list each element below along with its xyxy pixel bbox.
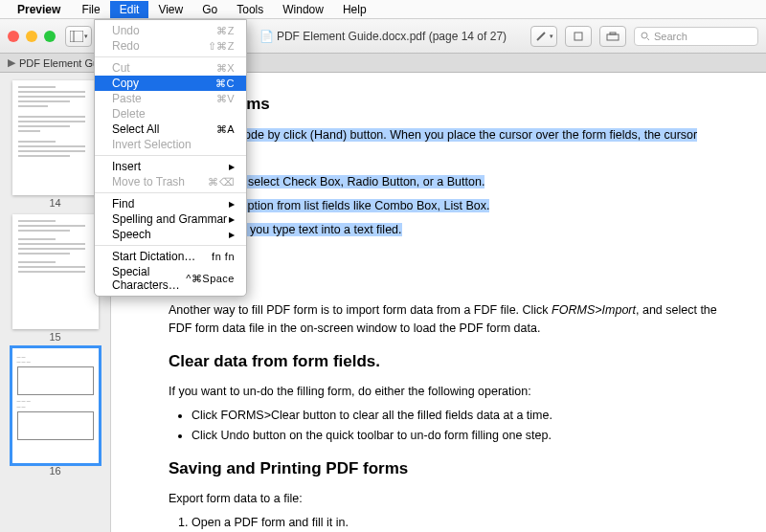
menu-help[interactable]: Help <box>333 1 376 18</box>
menu-go[interactable]: Go <box>192 1 227 18</box>
markup-button[interactable]: ▾ <box>530 26 557 47</box>
search-field[interactable]: Search <box>634 27 758 46</box>
menu-window[interactable]: Window <box>273 1 333 18</box>
menu-tools[interactable]: Tools <box>227 1 273 18</box>
menu-item-copy[interactable]: Copy⌘C <box>95 76 246 91</box>
menu-item-insert[interactable]: Insert <box>95 159 246 174</box>
body-text: If you want to un-do the filling form, d… <box>169 383 720 401</box>
page-thumbnail[interactable] <box>12 214 99 329</box>
numbered-list: Open a PDF form and fill it in. Click FO… <box>192 514 720 532</box>
list-item: Click FORMS>Clear button to clear all th… <box>192 407 720 425</box>
menu-item-undo: Undo⌘Z <box>95 23 246 38</box>
menu-item-delete: Delete <box>95 106 246 122</box>
menu-item-paste: Paste⌘V <box>95 91 246 106</box>
menu-item-find[interactable]: Find <box>95 196 246 211</box>
menu-item-redo: Redo⇧⌘Z <box>95 38 246 54</box>
body-text: Export form data to a file: <box>169 490 720 508</box>
list-item: Click Undo button on the quick toolbar t… <box>192 427 720 445</box>
bullet-list: Click FORMS>Clear button to clear all th… <box>192 407 720 445</box>
toolbox-icon <box>606 32 620 41</box>
menu-item-spelling-and-grammar[interactable]: Spelling and Grammar <box>95 211 246 227</box>
svg-line-16 <box>647 38 649 40</box>
menu-file[interactable]: File <box>72 1 109 18</box>
menu-item-select-all[interactable]: Select All⌘A <box>95 122 246 137</box>
menu-item-special-characters-[interactable]: Special Characters…^⌘Space <box>95 264 246 293</box>
svg-point-15 <box>642 33 647 38</box>
menu-item-cut: Cut⌘X <box>95 60 246 76</box>
sidebar-icon <box>70 31 83 42</box>
page-thumbnail[interactable] <box>12 80 99 195</box>
close-button[interactable] <box>8 31 19 42</box>
pencil-icon <box>535 31 549 42</box>
menu-item-move-to-trash: Move to Trash⌘⌫ <box>95 174 246 189</box>
heading-save-print: Saving and Printing PDF forms <box>169 456 720 481</box>
body-text: Another way to fill PDF form is to impor… <box>169 301 720 338</box>
rotate-button[interactable] <box>565 26 592 47</box>
svg-rect-14 <box>610 33 616 34</box>
heading-fill-forms: in PDF forms <box>169 92 720 117</box>
maximize-button[interactable] <box>44 31 56 42</box>
menu-item-invert-selection: Invert Selection <box>95 137 246 152</box>
svg-rect-12 <box>574 33 582 40</box>
menu-item-speech[interactable]: Speech <box>95 227 246 242</box>
tab-chevron-icon[interactable]: ▶ <box>8 56 15 69</box>
menu-item-start-dictation-[interactable]: Start Dictation…fn fn <box>95 249 246 264</box>
rotate-icon <box>573 31 584 42</box>
minimize-button[interactable] <box>26 31 37 42</box>
page-number: 16 <box>0 465 110 477</box>
list-item: Open a PDF form and fill it in. <box>192 514 720 532</box>
edit-toolbar-button[interactable] <box>599 26 626 47</box>
search-placeholder: Search <box>654 31 687 42</box>
app-name[interactable]: Preview <box>17 3 60 16</box>
menu-view[interactable]: View <box>148 1 192 18</box>
svg-line-11 <box>537 33 545 40</box>
sidebar-toggle-button[interactable]: ▾ <box>65 26 92 47</box>
menu-edit[interactable]: Edit <box>110 1 149 18</box>
heading-clear-data: Clear data from form fields. <box>169 349 720 374</box>
svg-rect-13 <box>607 34 619 40</box>
edit-menu-dropdown: Undo⌘ZRedo⇧⌘ZCut⌘XCopy⌘CPaste⌘VDeleteSel… <box>94 19 247 297</box>
svg-rect-0 <box>70 31 83 42</box>
traffic-lights <box>8 31 56 42</box>
page-number: 15 <box>0 331 110 343</box>
menubar: Preview File Edit View Go Tools Window H… <box>0 0 766 19</box>
page-thumbnail-selected[interactable]: — —— — — — — —— — <box>12 348 99 463</box>
search-icon <box>641 32 650 41</box>
